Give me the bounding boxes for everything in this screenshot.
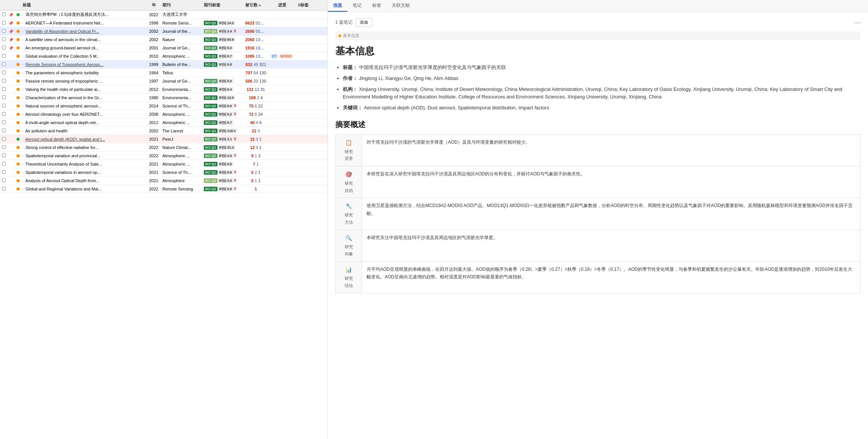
- row-checkbox[interactable]: [2, 178, 6, 182]
- row-progress: [267, 14, 297, 15]
- row-checkbox[interactable]: [2, 95, 6, 99]
- abstract-item-label: 🔧 研究方法: [336, 198, 362, 230]
- row-tags: [297, 147, 327, 148]
- table-row[interactable]: 📌 › Variability of Absorption and Optica…: [0, 27, 327, 35]
- row-progress: [267, 64, 297, 65]
- row-journal: Atmospheric ...: [162, 111, 203, 117]
- row-citations: 9 1 3: [245, 153, 267, 159]
- dot-status: [17, 146, 20, 149]
- table-row[interactable]: 📌 › A satellite view of aerosols in the …: [0, 35, 327, 44]
- row-checkbox[interactable]: [2, 37, 6, 41]
- abstract-item-label: 🎯 研究目的: [336, 166, 362, 198]
- tab-notes[interactable]: 笔记: [347, 0, 367, 12]
- row-progress: [267, 172, 297, 173]
- table-row[interactable]: › Passive remote sensing of tropospheric…: [0, 77, 327, 85]
- row-citations: 5 1 1: [245, 178, 267, 184]
- row-checkbox[interactable]: [2, 54, 6, 58]
- collapse-button[interactable]: —: [854, 19, 860, 26]
- row-checkbox[interactable]: [2, 29, 6, 33]
- row-journal: Remote Sensing: [162, 186, 203, 192]
- dot-status: [17, 21, 20, 25]
- row-checkbox[interactable]: [2, 79, 6, 83]
- row-tags: [297, 31, 327, 32]
- row-tags: [297, 188, 327, 190]
- dot-status: [17, 38, 20, 41]
- row-journal-tag: SCI Q2IF(5) 4.6X: [203, 152, 245, 159]
- dot-status: [17, 104, 20, 107]
- dot-status: [17, 71, 20, 74]
- table-row[interactable]: 📌 › An emerging ground-based aerosol cli…: [0, 44, 327, 52]
- abstract-item-icon: 🎯: [340, 170, 357, 179]
- row-citations: 2690 559 1006: [245, 28, 267, 34]
- table-row[interactable]: › Aerosol optical depth (AOD): spatial a…: [0, 135, 327, 143]
- row-journal: Nature Climat...: [162, 144, 203, 150]
- row-checkbox[interactable]: [2, 162, 6, 166]
- row-checkbox[interactable]: [2, 145, 6, 149]
- table-row[interactable]: 📌 › 高空间分辨率PM（2.5)浓度的遥感反演方法... 2022 大连理工大…: [0, 11, 327, 19]
- tab-info[interactable]: 信息: [328, 0, 347, 12]
- row-checkbox[interactable]: [2, 12, 6, 16]
- row-checkbox[interactable]: [2, 46, 6, 49]
- table-row[interactable]: › Remote Sensing of Tropospheric Aeroso.…: [0, 60, 327, 69]
- table-row[interactable]: › Natural sources of atmospheric aerosol…: [0, 102, 327, 110]
- row-tags: [297, 55, 327, 57]
- row-journal-tag: SCI Q1IF(5) 12.0: [203, 94, 245, 101]
- row-checkbox[interactable]: [2, 153, 6, 157]
- row-checkbox[interactable]: [2, 71, 6, 74]
- table-row[interactable]: › Global and Regional Variations and Mai…: [0, 185, 327, 193]
- table-row[interactable]: › A multi-angle aerosol optical depth re…: [0, 118, 327, 127]
- row-checkbox[interactable]: [2, 170, 6, 174]
- row-checkbox[interactable]: [2, 129, 6, 132]
- table-row[interactable]: › Characterization of the aerosol in the…: [0, 94, 327, 102]
- row-progress: [267, 47, 297, 49]
- abstract-row: 📊 研究结论 月平均AOD呈现明显的单峰曲线，在四月达到最大值。AOD值的顺序为…: [336, 261, 860, 293]
- dot-status: [17, 88, 20, 91]
- row-citations: 7 1: [245, 161, 267, 167]
- row-checkbox[interactable]: [2, 104, 6, 107]
- table-row[interactable]: › Spatiotemporal variations in aerosol o…: [0, 168, 327, 177]
- row-tags: [297, 72, 327, 74]
- table-row[interactable]: › Air pollution and health 2002 The Lanc…: [0, 127, 327, 135]
- row-checkbox[interactable]: [2, 137, 6, 141]
- table-header: 标题 年 期刊 期刊标签 被引数 ▲ 进度 #标签: [0, 0, 327, 11]
- row-checkbox[interactable]: [2, 120, 6, 124]
- row-journal-tag: [203, 14, 245, 15]
- row-progress: [267, 72, 297, 74]
- info-label: 关键词：: [343, 105, 362, 111]
- table-row[interactable]: › Aerosol climatology over four AERONET.…: [0, 110, 327, 118]
- col-header-year[interactable]: 年: [146, 2, 162, 9]
- row-checkbox[interactable]: [2, 187, 6, 190]
- row-year: 1998: [146, 20, 162, 26]
- row-tags: [297, 14, 327, 15]
- table-row[interactable]: › Global evaluation of the Collection 5 …: [0, 52, 327, 60]
- row-checkbox[interactable]: [2, 62, 6, 66]
- row-checkbox[interactable]: [2, 21, 6, 25]
- row-tags: [297, 130, 327, 132]
- table-row[interactable]: › Spatiotemporal variation and provincia…: [0, 152, 327, 160]
- row-journal: Atmospheric ...: [162, 120, 203, 126]
- row-checkbox[interactable]: [2, 112, 6, 116]
- row-journal: Atmospheric ...: [162, 53, 203, 59]
- tab-related[interactable]: 关联文献: [387, 0, 415, 12]
- row-citations: [245, 14, 267, 15]
- row-journal-tag: SCI Q2IF(5) 5.0: [203, 45, 245, 51]
- table-row[interactable]: › Strong control of effective radiative …: [0, 143, 327, 152]
- row-journal: Tellus: [162, 70, 203, 76]
- row-title: › Remote Sensing of Tropospheric Aeroso.…: [22, 61, 146, 68]
- table-row[interactable]: › Theoretical Uncertainty Analysis of Sa…: [0, 160, 327, 168]
- chevron-icon: ›: [23, 22, 24, 25]
- row-checkbox[interactable]: [2, 87, 6, 91]
- section-header-label: 基本信息: [343, 33, 359, 38]
- table-row[interactable]: › Analysis of Aerosol Optical Depth from…: [0, 177, 327, 185]
- row-title: › A multi-angle aerosol optical depth re…: [22, 120, 146, 126]
- table-row[interactable]: › Valuing the health risks of particulat…: [0, 85, 327, 94]
- col-header-citations[interactable]: 被引数 ▲: [245, 2, 267, 9]
- row-progress: [267, 105, 297, 107]
- add-note-button[interactable]: 添加: [356, 18, 372, 27]
- tab-tags[interactable]: 标签: [367, 0, 387, 12]
- table-row[interactable]: 📌 › AERONET—A Federated Instrument Net..…: [0, 19, 327, 27]
- abstract-row: 🔍 研究对象 本研究关注中国塔克拉玛干沙漠及其周边地区的气溶胶光学厚度。: [336, 230, 860, 261]
- col-header-journaltag: 期刊标签: [203, 2, 245, 9]
- table-row[interactable]: › The parameters of atmospheric turbidit…: [0, 69, 327, 77]
- row-year: 2021: [146, 178, 162, 184]
